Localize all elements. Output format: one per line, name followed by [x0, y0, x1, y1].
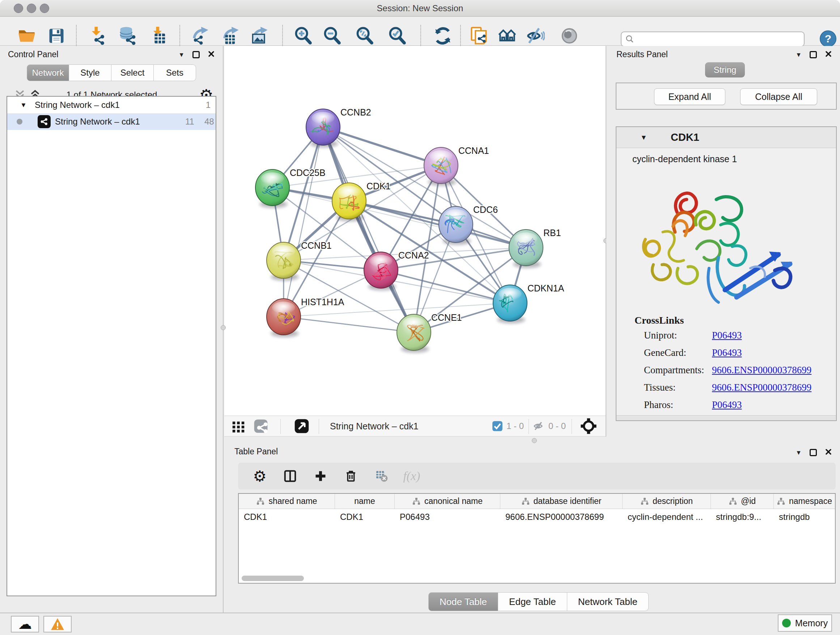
export-table-icon[interactable] [221, 26, 241, 46]
network-collection-row[interactable]: ▼ String Network – cdk1 1 [7, 97, 216, 113]
collapse-all-button[interactable]: Collapse All [740, 88, 817, 105]
node-label-CCNA2: CCNA2 [398, 250, 429, 260]
tab-node-table[interactable]: Node Table [428, 592, 498, 611]
table-row[interactable]: CDK1 CDK1 P06493 9606.ENSP00000378699 cy… [239, 509, 835, 525]
refresh-icon[interactable] [433, 26, 453, 46]
hidden-elements-indicator[interactable]: 0 - 0 [532, 420, 566, 432]
results-panel-close-icon[interactable] [825, 50, 832, 59]
control-panel-float-icon[interactable] [193, 51, 200, 58]
warning-icon [50, 618, 65, 631]
results-panel-float-icon[interactable] [810, 51, 817, 58]
horizontal-scrollbar[interactable] [241, 576, 833, 581]
crosslink-row: Tissues: 9606.ENSP00000378699 [644, 382, 832, 399]
cell-database-identifier[interactable]: 9606.ENSP00000378699 [500, 509, 622, 525]
memory-button[interactable]: Memory [778, 614, 832, 632]
delete-column-trash-icon[interactable] [343, 468, 359, 484]
save-session-icon[interactable] [46, 26, 66, 46]
table-panel-menu-icon[interactable]: ▼ [796, 450, 802, 456]
network-graph[interactable]: CCNB2CCNA1CDC25BCDK1CDC6RB1CCNB1CCNA2CDK… [224, 46, 606, 416]
show-columns-icon[interactable] [282, 468, 298, 484]
tab-select[interactable]: Select [111, 65, 154, 81]
cell-id[interactable]: stringdb:9... [711, 509, 774, 525]
cell-description[interactable]: cyclin-dependent ... [622, 509, 711, 525]
cell-name[interactable]: CDK1 [335, 509, 395, 525]
column-header-shared-name[interactable]: shared name [239, 494, 335, 509]
node-label-CDC6: CDC6 [473, 204, 498, 215]
cloud-status-button[interactable]: ☁ [11, 616, 39, 632]
export-network-icon[interactable] [190, 26, 210, 46]
tab-edge-table[interactable]: Edge Table [498, 592, 567, 611]
hide-graphics-details-eye-icon[interactable] [525, 26, 546, 46]
grid-view-icon[interactable] [231, 419, 246, 433]
crosslink-tissues-link[interactable]: 9606.ENSP00000378699 [712, 382, 812, 393]
selected-nodes-indicator[interactable]: 1 - 0 [492, 421, 524, 432]
left-splitter-handle[interactable] [221, 325, 226, 330]
zoom-out-icon[interactable] [322, 26, 342, 46]
collection-expander-icon[interactable]: ▼ [20, 101, 27, 109]
column-header-name[interactable]: name [335, 494, 395, 509]
zoom-selected-icon[interactable] [387, 26, 407, 46]
birds-eye-toggle-icon[interactable] [560, 26, 580, 46]
results-panel-menu-icon[interactable]: ▼ [796, 52, 802, 58]
create-column-plus-icon[interactable] [313, 468, 328, 484]
control-panel-title: Control Panel [8, 50, 58, 59]
table-panel-float-icon[interactable] [810, 449, 817, 456]
column-header-id[interactable]: @id [711, 494, 774, 509]
tab-network[interactable]: Network [27, 65, 69, 81]
warnings-button[interactable] [43, 616, 72, 632]
control-panel-close-icon[interactable] [208, 50, 215, 59]
export-image-icon[interactable] [249, 26, 270, 46]
window-title: Session: New Session [0, 3, 840, 13]
node-entry-name: CDK1 [671, 131, 699, 143]
control-panel-menu-icon[interactable]: ▼ [178, 52, 185, 58]
search-input[interactable] [635, 35, 804, 44]
network-node-CCNE1: CCNE1 [397, 312, 462, 353]
scrollbar-thumb[interactable] [242, 576, 304, 581]
column-header-canonical-name[interactable]: canonical name [395, 494, 500, 509]
main-toolbar: ? [0, 17, 840, 46]
column-header-database-identifier[interactable]: database identifier [500, 494, 622, 509]
title-bar: Session: New Session [0, 0, 840, 17]
status-bar: ☁ Memory [0, 613, 840, 635]
column-header-description[interactable]: description [622, 494, 711, 509]
import-network-file-icon[interactable] [87, 26, 107, 46]
results-actions-box: Expand All Collapse All [616, 82, 837, 110]
node-entry-expander-icon[interactable]: ▼ [640, 134, 647, 141]
node-label-CDC25B: CDC25B [290, 168, 325, 178]
table-panel-close-icon[interactable] [825, 448, 832, 457]
network-canvas[interactable]: CCNB2CCNA1CDC25BCDK1CDC6RB1CCNB1CCNA2CDK… [224, 46, 606, 416]
network-row[interactable]: String Network – cdk1 11 48 [7, 113, 216, 130]
table-options-gear-icon[interactable]: ⚙ [252, 468, 268, 484]
column-header-namespace[interactable]: namespace [774, 494, 835, 509]
results-tab-string[interactable]: String [705, 62, 745, 78]
clone-network-icon[interactable] [469, 26, 489, 46]
expand-all-button[interactable]: Expand All [654, 88, 725, 105]
import-table-file-icon[interactable] [148, 26, 169, 46]
zoom-fit-icon[interactable] [355, 26, 375, 46]
cell-canonical-name[interactable]: P06493 [395, 509, 500, 525]
string-network-type-icon[interactable] [253, 418, 268, 434]
horizontal-splitter-handle[interactable] [532, 438, 537, 443]
crosslink-genecard-link[interactable]: P06493 [712, 347, 742, 358]
crosslink-compartments-link[interactable]: 9606.ENSP00000378699 [712, 364, 812, 376]
tab-style[interactable]: Style [69, 65, 111, 81]
open-folder-icon[interactable] [17, 26, 37, 46]
import-network-database-icon[interactable] [117, 26, 137, 46]
tab-network-table[interactable]: Network Table [567, 592, 649, 611]
string-network-badge-icon [38, 115, 51, 128]
network-node-count: 11 [185, 117, 194, 127]
crosslink-uniprot-link[interactable]: P06493 [712, 330, 742, 341]
birds-eye-open-icon[interactable] [294, 418, 309, 434]
fit-selected-crosshair-icon[interactable] [580, 418, 597, 434]
tab-sets[interactable]: Sets [154, 65, 196, 81]
node-entry-header[interactable]: ▼ CDK1 [616, 127, 836, 148]
first-neighbors-houses-icon[interactable] [497, 26, 517, 46]
cell-namespace[interactable]: stringdb [774, 509, 835, 525]
help-button[interactable]: ? [820, 30, 836, 47]
crosslink-pharos-link[interactable]: P06493 [712, 399, 742, 410]
zoom-in-icon[interactable] [293, 26, 313, 46]
selected-checkbox-icon[interactable] [492, 421, 503, 432]
toolbar-separator [529, 419, 529, 434]
node-label-CCNB2: CCNB2 [340, 107, 371, 117]
cell-shared-name[interactable]: CDK1 [239, 509, 335, 525]
